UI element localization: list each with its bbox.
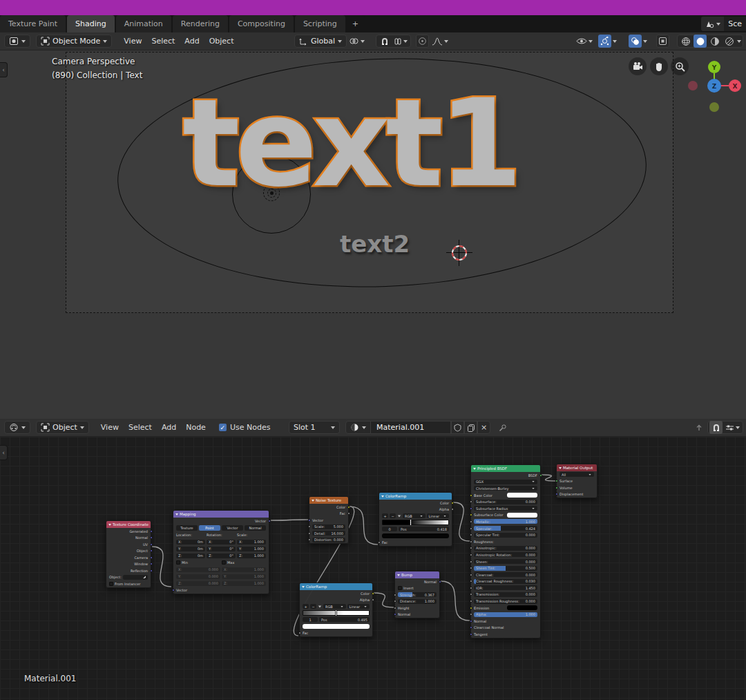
node-field[interactable]: IOR:1.450	[474, 585, 537, 590]
node-field[interactable]: All	[560, 472, 594, 477]
node-texture-coordinate[interactable]: Texture CoordinateGeneratedNormalUVObjec…	[106, 520, 151, 588]
new-material-button[interactable]	[464, 421, 477, 434]
node-field[interactable]: Y:0°	[207, 547, 236, 551]
node-socket[interactable]	[451, 508, 454, 511]
node-field[interactable]: Specular Tint:0.000	[474, 533, 537, 538]
node-socket[interactable]	[470, 613, 472, 616]
stop-color-swatch[interactable]	[303, 624, 370, 629]
material-name-field[interactable]: Material.001	[371, 421, 451, 434]
node-socket[interactable]	[150, 569, 153, 572]
node-field[interactable]: Christensen-Burley	[474, 486, 537, 491]
color-mode-dropdown[interactable]: RGB	[323, 604, 346, 609]
object-picker-field[interactable]	[123, 575, 148, 580]
node-field[interactable]: Subsurface Radius	[474, 506, 537, 511]
node-socket[interactable]	[347, 506, 350, 509]
node-menu-view[interactable]: View	[96, 421, 124, 434]
stop-index-field[interactable]: 1	[303, 617, 318, 622]
node-field[interactable]: X:0°	[207, 540, 236, 545]
tab-animation[interactable]: Animation	[116, 15, 172, 32]
node-socket[interactable]	[308, 538, 311, 541]
stop-position-field[interactable]: Pos0.418	[399, 527, 449, 531]
collapse-icon[interactable]	[312, 500, 314, 502]
node-socket[interactable]	[268, 520, 271, 522]
node-socket[interactable]	[470, 580, 472, 583]
snap-with-dropdown[interactable]	[392, 35, 409, 48]
node-field[interactable]: Distance:1.000	[398, 599, 437, 604]
tab-rendering[interactable]: Rendering	[173, 15, 229, 32]
gizmo-toggle[interactable]	[598, 35, 611, 48]
segment-button-Point[interactable]: Point	[199, 525, 220, 531]
node-socket[interactable]	[470, 607, 472, 609]
menu-view[interactable]: View	[119, 35, 146, 48]
node-field[interactable]: Anisotropic Rotation:0.000	[474, 552, 537, 557]
node-field[interactable]: Sheen:0.000	[474, 559, 537, 564]
node-socket[interactable]	[470, 554, 472, 556]
tab-shading[interactable]: Shading	[67, 15, 115, 32]
color-mode-dropdown[interactable]: RGB	[403, 513, 425, 518]
collapse-icon[interactable]	[302, 586, 305, 588]
eyedropper-icon[interactable]	[143, 576, 146, 578]
node-socket[interactable]	[470, 567, 472, 569]
unlink-button[interactable]: ×	[477, 421, 490, 434]
node-snap-toggle[interactable]	[709, 421, 723, 434]
node-principled-bsdf[interactable]: Principled BSDFBSDFGGXChristensen-Burley…	[470, 464, 541, 638]
node-field[interactable]: Metallic:1.000	[474, 519, 537, 524]
node-socket[interactable]	[470, 620, 472, 623]
tab-scripting[interactable]: Scripting	[295, 15, 346, 32]
node-socket[interactable]	[470, 494, 472, 497]
checkbox-icon[interactable]	[222, 560, 226, 565]
node-header[interactable]: Principled BSDF	[471, 465, 540, 472]
xray-toggle[interactable]	[656, 35, 669, 48]
node-socket[interactable]	[470, 600, 472, 603]
mode-dropdown[interactable]: Object Mode	[36, 35, 112, 48]
collapse-icon[interactable]	[473, 468, 476, 470]
node-socket[interactable]	[308, 532, 311, 535]
collapse-icon[interactable]	[381, 495, 384, 498]
viewport-sidebar-toggle[interactable]: ‹	[0, 62, 8, 77]
node-sidebar-toggle[interactable]: ‹	[0, 445, 8, 460]
node-socket[interactable]	[150, 530, 153, 533]
node-socket[interactable]	[470, 587, 472, 589]
shading-solid-button[interactable]	[694, 35, 707, 48]
node-field[interactable]: Z:1.000	[237, 554, 266, 558]
stop-color-swatch[interactable]	[382, 533, 449, 538]
add-stop-button[interactable]: +	[382, 513, 388, 518]
remove-stop-button[interactable]: −	[310, 604, 316, 609]
node-field[interactable]: Y:0.000	[176, 574, 220, 579]
node-material-output[interactable]: Material OutputAllSurfaceVolumeDisplacem…	[556, 464, 597, 498]
node-socket[interactable]	[470, 626, 472, 629]
node-field[interactable]: Z:0.000	[176, 581, 220, 586]
add-stop-button[interactable]: +	[303, 604, 309, 609]
node-field[interactable]: GGX	[474, 480, 537, 484]
visibility-dropdown[interactable]	[575, 35, 594, 48]
node-field[interactable]: Specular:0.424	[474, 526, 537, 531]
checkbox-icon[interactable]	[398, 586, 402, 590]
shading-rendered-button[interactable]	[723, 35, 736, 48]
node-socket[interactable]	[470, 574, 472, 576]
material-browse-button[interactable]	[345, 421, 371, 434]
collapse-icon[interactable]	[108, 524, 111, 526]
shading-wireframe-button[interactable]	[679, 35, 692, 48]
node-socket[interactable]	[470, 540, 472, 543]
node-socket[interactable]	[470, 533, 472, 536]
node-socket[interactable]	[308, 525, 311, 528]
node-field[interactable]: Distortion:0.000	[312, 538, 345, 542]
menu-object[interactable]: Object	[204, 35, 239, 48]
stop-position-field[interactable]: Pos0.495	[319, 617, 370, 622]
checkbox-icon[interactable]	[176, 560, 180, 565]
segment-button-Texture[interactable]: Texture	[176, 525, 198, 531]
pivot-point-dropdown[interactable]	[347, 35, 366, 48]
node-field[interactable]: Alpha:1.000	[474, 612, 537, 617]
node-menu-select[interactable]: Select	[124, 421, 157, 434]
node-field[interactable]: Clearcoat:0.000	[474, 572, 537, 577]
transform-orientation-dropdown[interactable]: Global	[294, 35, 347, 48]
node-field[interactable]: Y:0m	[176, 547, 205, 551]
navigation-gizmo[interactable]: Y Z X	[687, 55, 746, 115]
node-socket[interactable]	[394, 600, 396, 603]
parent-node-tree-button[interactable]	[692, 421, 705, 434]
node-field[interactable]: Z:1.000	[222, 581, 266, 586]
fake-user-button[interactable]	[451, 421, 464, 434]
node-field[interactable]: Anisotropic:0.000	[474, 546, 537, 551]
node-field[interactable]: X:0.000	[176, 567, 220, 572]
node-field[interactable]: X:0m	[176, 540, 205, 545]
